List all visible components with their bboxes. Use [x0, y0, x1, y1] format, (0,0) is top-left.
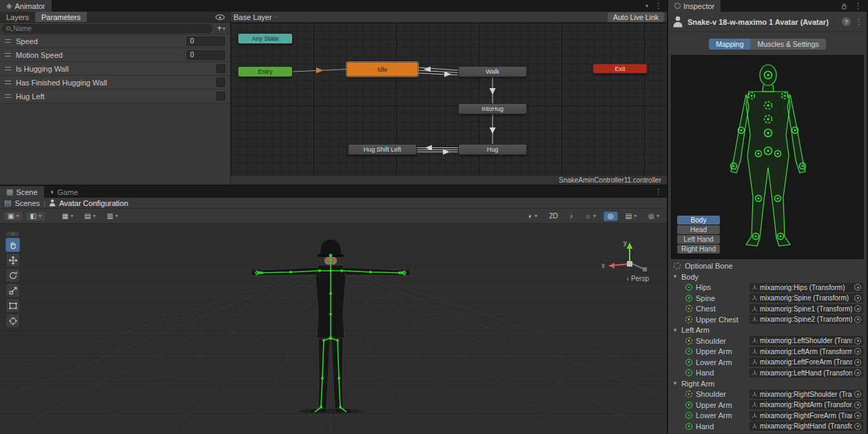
- snap-increment-dropdown[interactable]: ▤ ▾: [80, 211, 99, 221]
- search-field[interactable]: [2, 24, 212, 33]
- parameter-checkbox[interactable]: [216, 64, 225, 73]
- projection-toggle[interactable]: ‹ Persp: [627, 275, 649, 282]
- tool-settings-dropdown[interactable]: ▣ ▾: [3, 211, 23, 221]
- object-picker-icon[interactable]: [854, 295, 861, 302]
- panel-menu-icon[interactable]: ⋮: [854, 2, 862, 10]
- state-any-state[interactable]: Any State: [238, 33, 293, 44]
- drag-handle-icon[interactable]: [5, 94, 11, 98]
- state-idle[interactable]: Idle: [347, 62, 418, 76]
- character-model[interactable]: [241, 235, 420, 414]
- parameter-row[interactable]: Speed 0: [0, 34, 230, 48]
- object-picker-icon[interactable]: [854, 412, 861, 419]
- object-picker-icon[interactable]: [854, 423, 861, 430]
- rect-tool-button[interactable]: [6, 298, 20, 313]
- gizmo-cube[interactable]: [627, 261, 632, 267]
- state-hug-shift-left[interactable]: Hug Shift Left: [348, 144, 417, 155]
- breadcrumb-scenes[interactable]: Scenes: [14, 199, 40, 207]
- drag-handle-icon[interactable]: [5, 39, 11, 43]
- eye-icon[interactable]: [216, 14, 225, 20]
- move-tool-button[interactable]: [6, 253, 20, 267]
- mode-2d-button[interactable]: 2D: [545, 211, 562, 221]
- parameter-checkbox[interactable]: [216, 92, 225, 101]
- bone-object-field[interactable]: mixamorig:Spine1 (Transform): [750, 304, 863, 313]
- camera-preview-dropdown[interactable]: ▤ ▾: [621, 211, 641, 221]
- object-picker-icon[interactable]: [854, 359, 861, 366]
- bone-object-field[interactable]: mixamorig:LeftHand (Transform): [750, 369, 863, 378]
- object-picker-icon[interactable]: [854, 284, 861, 291]
- pivot-dropdown[interactable]: ◧ ▾: [25, 211, 45, 221]
- object-picker-icon[interactable]: [854, 402, 861, 409]
- bone-object-field[interactable]: mixamorig:Spine2 (Transform): [750, 315, 863, 324]
- rotate-tool-button[interactable]: [6, 268, 20, 282]
- parameter-value-field[interactable]: 0: [187, 37, 225, 46]
- state-hug[interactable]: Hug: [458, 144, 527, 155]
- gizmos-dropdown[interactable]: ◎ ▾: [644, 211, 663, 221]
- search-input[interactable]: [13, 25, 208, 32]
- header-menu-icon[interactable]: ⋮: [855, 18, 862, 25]
- avatar-mapping-diagram[interactable]: Body Head Left Hand Right Hand: [671, 55, 864, 259]
- parameter-checkbox[interactable]: [216, 78, 225, 87]
- parameter-row[interactable]: Has Finished Hugging Wall: [0, 76, 230, 90]
- bone-object-field[interactable]: mixamorig:LeftShoulder (Transform): [750, 336, 863, 345]
- panel-dropdown-icon[interactable]: ▾: [645, 3, 648, 9]
- object-picker-icon[interactable]: [854, 338, 861, 344]
- bone-object-field[interactable]: mixamorig:Hips (Transform): [750, 283, 863, 292]
- grid-snap-dropdown[interactable]: ▦ ▾: [58, 211, 77, 221]
- panel-menu-icon[interactable]: ⋮: [654, 2, 662, 10]
- drag-handle-icon[interactable]: [5, 81, 11, 84]
- transform-tool-button[interactable]: [6, 313, 20, 328]
- hand-tool-button[interactable]: [6, 238, 20, 252]
- state-exit[interactable]: Exit: [592, 63, 648, 74]
- bone-group-left-leg[interactable]: ▼ Left Leg: [668, 432, 867, 434]
- parameter-row[interactable]: Hug Left: [0, 90, 230, 103]
- parameter-value-field[interactable]: 0: [187, 50, 225, 60]
- tab-layers[interactable]: Layers: [0, 12, 35, 22]
- tab-inspector[interactable]: Inspector: [668, 0, 721, 12]
- toolbar-drag-handle[interactable]: ≡: [6, 231, 20, 237]
- drag-handle-icon[interactable]: [5, 67, 11, 70]
- add-parameter-button[interactable]: + ▾: [214, 23, 228, 33]
- part-button-body[interactable]: Body: [677, 216, 720, 225]
- bone-object-field[interactable]: mixamorig:Spine (Transform): [750, 293, 863, 302]
- parameter-row[interactable]: Is Hugging Wall: [0, 62, 230, 76]
- bone-object-field[interactable]: mixamorig:RightForeArm (Transform): [750, 411, 863, 420]
- panel-menu-icon[interactable]: ⋮: [654, 188, 662, 196]
- bone-object-field[interactable]: mixamorig:RightHand (Transform): [750, 422, 863, 431]
- object-picker-icon[interactable]: [854, 369, 861, 376]
- drag-handle-icon[interactable]: [5, 53, 11, 56]
- tab-scene[interactable]: ▦ Scene: [0, 186, 44, 198]
- lock-icon[interactable]: [840, 2, 848, 10]
- state-entry[interactable]: Entry: [238, 66, 293, 77]
- tab-mapping[interactable]: Mapping: [709, 39, 750, 50]
- visibility-toggle[interactable]: ◎: [603, 211, 618, 221]
- bone-group-right-arm[interactable]: ▼ Right Arm: [668, 378, 867, 389]
- breadcrumb[interactable]: Base Layer: [234, 13, 272, 21]
- part-button-right-hand[interactable]: Right Hand: [677, 245, 720, 254]
- object-picker-icon[interactable]: [854, 316, 861, 323]
- tab-muscles-settings[interactable]: Muscles & Settings: [750, 39, 825, 50]
- state-intohug[interactable]: IntoHug: [458, 103, 527, 114]
- bone-object-field[interactable]: mixamorig:LeftForeArm (Transform): [750, 358, 863, 366]
- bone-group-left-arm[interactable]: ▼ Left Arm: [668, 325, 867, 336]
- view-options-dropdown[interactable]: ▥ ▾: [103, 211, 122, 221]
- object-picker-icon[interactable]: [854, 391, 861, 397]
- tab-animator[interactable]: ◈ Animator: [0, 0, 52, 12]
- bone-object-field[interactable]: mixamorig:LeftArm (Transform): [750, 347, 863, 356]
- graph-canvas[interactable]: Any State Entry Idle Walk Exit IntoHug H…: [231, 23, 667, 175]
- part-button-head[interactable]: Head: [677, 225, 720, 234]
- audio-toggle[interactable]: ♪: [566, 211, 577, 221]
- object-picker-icon[interactable]: [854, 348, 861, 355]
- auto-live-link-button[interactable]: Auto Live Link: [608, 12, 664, 22]
- breadcrumb-avatar-configuration[interactable]: Avatar Configuration: [59, 199, 128, 207]
- scene-viewport[interactable]: ≡: [0, 224, 667, 434]
- tab-game[interactable]: ◗ Game: [44, 186, 85, 198]
- parameter-row[interactable]: Motion Speed 0: [0, 48, 230, 62]
- object-picker-icon[interactable]: [854, 305, 861, 312]
- bone-group-body[interactable]: ▼ Body: [668, 271, 867, 282]
- render-mode-dropdown[interactable]: ◐ ▾: [524, 211, 541, 221]
- scale-tool-button[interactable]: [6, 283, 20, 298]
- state-walk[interactable]: Walk: [458, 66, 527, 77]
- effects-dropdown[interactable]: ☼ ▾: [581, 211, 600, 221]
- tab-parameters[interactable]: Parameters: [35, 12, 87, 22]
- bone-object-field[interactable]: mixamorig:RightShoulder (Transform): [750, 390, 863, 399]
